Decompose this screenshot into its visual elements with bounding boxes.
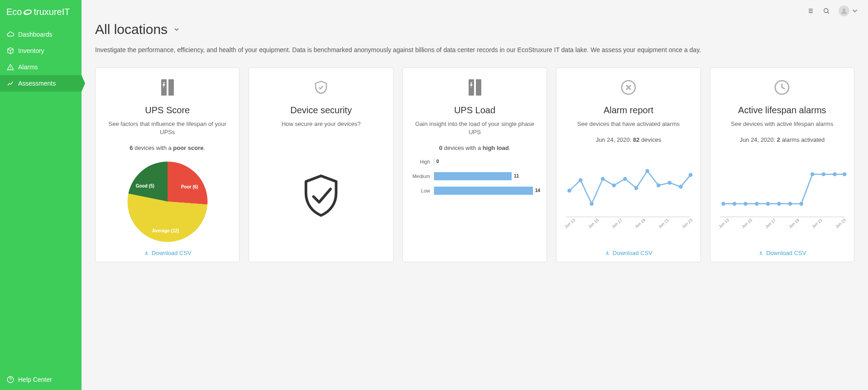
stat-mid: devices with a — [133, 144, 173, 151]
card-stat: Jun 24, 2020: 82 devices — [596, 136, 662, 143]
x-axis-labels: Jun 13 Jun 15 Jun 17 Jun 19 Jun 21 Jun 2… — [717, 226, 848, 230]
card-title: UPS Load — [454, 105, 495, 116]
lifespan-line-chart: Jun 13 Jun 15 Jun 17 Jun 19 Jun 21 Jun 2… — [717, 149, 848, 245]
svg-point-19 — [668, 181, 672, 185]
main-area: All locations Investigate the performanc… — [82, 0, 868, 390]
svg-point-29 — [777, 202, 781, 206]
stat-number: 82 — [633, 136, 639, 143]
svg-point-25 — [732, 202, 736, 206]
brand-p3: IT — [62, 7, 70, 17]
svg-rect-7 — [476, 79, 481, 96]
stat-bold: poor score — [173, 144, 203, 151]
card-lifespan-alarms[interactable]: Active lifespan alarms See devices with … — [710, 67, 854, 262]
bar-value: 14 — [535, 187, 540, 195]
svg-point-34 — [833, 173, 837, 177]
brand-swirl-icon — [23, 7, 33, 17]
brand-logo: Eco truxure IT — [0, 0, 82, 26]
card-stat: Jun 24, 2020: 2 alarms activated — [739, 136, 825, 143]
pie-label-good: Good (5) — [136, 183, 154, 188]
card-alarm-report[interactable]: Alarm report See devices that have activ… — [556, 67, 700, 262]
search-icon[interactable] — [822, 7, 830, 15]
clock-icon — [773, 77, 791, 98]
card-desc: See devices that have activated alarms — [577, 120, 680, 128]
help-center-label: Help Center — [18, 376, 52, 383]
shield-check-icon — [313, 77, 329, 98]
sidebar-item-inventory[interactable]: Inventory — [0, 43, 82, 59]
download-label: Download CSV — [613, 250, 652, 256]
page-title-text: All locations — [95, 22, 168, 37]
svg-point-12 — [590, 202, 594, 206]
x-circle-icon — [619, 77, 638, 98]
svg-point-15 — [623, 177, 627, 181]
card-stat: 0 devices with a high load. — [439, 144, 511, 151]
user-icon — [840, 7, 848, 15]
alert-triangle-icon — [6, 63, 14, 71]
topbar — [82, 0, 868, 22]
page-subtitle: Investigate the performance, efficiency,… — [95, 45, 854, 55]
sidebar-item-label: Inventory — [18, 47, 44, 54]
card-title: UPS Score — [145, 105, 190, 116]
content: All locations Investigate the performanc… — [82, 22, 868, 276]
svg-point-32 — [810, 173, 815, 177]
device-security-graphic — [255, 136, 386, 256]
card-ups-load[interactable]: UPS Load Gain insight into the load of y… — [403, 67, 547, 262]
sidebar-item-dashboards[interactable]: Dashboards — [0, 26, 82, 43]
download-csv-link[interactable]: Download CSV — [758, 245, 806, 256]
card-ups-score[interactable]: UPS Score See factors that influence the… — [95, 67, 240, 262]
chevron-down-icon — [851, 7, 859, 15]
bar-label: Medium — [409, 173, 434, 179]
bar-label: High — [409, 159, 434, 164]
x-axis-labels: Jun 13 Jun 15 Jun 17 Jun 19 Jun 21 Jun 2… — [563, 226, 694, 230]
alarm-line-chart: Jun 13 Jun 15 Jun 17 Jun 19 Jun 21 Jun 2… — [563, 149, 694, 245]
page-title-dropdown[interactable]: All locations — [95, 22, 854, 37]
svg-point-3 — [843, 9, 845, 11]
box-icon — [6, 47, 14, 55]
stat-post: alarms activated — [780, 136, 825, 143]
bar-label: Low — [409, 188, 434, 193]
help-center-link[interactable]: Help Center — [0, 369, 82, 390]
card-device-security[interactable]: Device security How secure are your devi… — [249, 67, 393, 262]
download-csv-link[interactable]: Download CSV — [604, 245, 652, 256]
card-desc: See factors that influence the lifespan … — [102, 120, 233, 136]
download-icon — [604, 250, 610, 256]
svg-point-17 — [646, 169, 650, 173]
user-menu[interactable] — [839, 5, 859, 16]
chevron-down-icon — [173, 26, 180, 33]
ups-device-icon — [467, 77, 483, 98]
sidebar-item-assessments[interactable]: Assessments — [0, 75, 82, 91]
stat-post: devices — [640, 136, 662, 143]
pie-label-poor: Poor (6) — [181, 184, 198, 189]
sidebar-nav: Dashboards Inventory Alarms Assessments — [0, 26, 82, 369]
stat-number: 2 — [777, 136, 780, 143]
svg-point-24 — [721, 202, 725, 206]
svg-point-28 — [766, 202, 770, 206]
svg-rect-6 — [469, 79, 474, 96]
brand-p2: truxure — [34, 7, 62, 17]
list-icon[interactable] — [806, 7, 814, 15]
svg-point-30 — [788, 202, 792, 206]
svg-point-11 — [579, 178, 583, 183]
download-icon — [758, 250, 764, 256]
bar-value: 11 — [514, 172, 519, 180]
svg-point-18 — [657, 183, 661, 188]
sidebar: Eco truxure IT Dashboards Inventory Alar… — [0, 0, 82, 390]
download-csv-link[interactable]: Download CSV — [144, 245, 192, 256]
svg-rect-5 — [168, 79, 174, 96]
stat-mid: devices with a — [442, 144, 483, 151]
svg-point-31 — [799, 202, 803, 206]
chart-line-icon — [6, 79, 14, 87]
pie-chart: Good (5) Poor (6) Average (12) — [102, 158, 233, 245]
sidebar-item-alarms[interactable]: Alarms — [0, 59, 82, 75]
download-label: Download CSV — [152, 250, 192, 256]
bar-value: 0 — [436, 158, 439, 166]
download-icon — [144, 250, 149, 256]
bar-row-medium: Medium 11 — [409, 172, 540, 180]
avatar — [839, 5, 849, 16]
cloud-icon — [6, 30, 14, 39]
stat-pre: Jun 24, 2020: — [596, 136, 633, 143]
stat-dot: . — [509, 144, 511, 151]
svg-point-20 — [679, 185, 683, 189]
card-desc: How secure are your devices? — [282, 120, 361, 128]
card-title: Device security — [290, 105, 352, 116]
card-stat: 6 devices with a poor score. — [129, 144, 205, 151]
